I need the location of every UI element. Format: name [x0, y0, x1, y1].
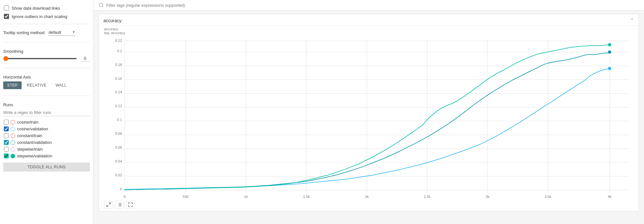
run-item-constant-validation: constant/validation [3, 139, 90, 146]
chart-title: accuracy [103, 18, 121, 23]
run-constant-validation-checkbox[interactable] [4, 140, 9, 145]
chart-header: accuracy ⌃ [99, 14, 639, 26]
accuracy-chart-card: accuracy ⌃ accuracy tag: accuracy [99, 14, 639, 211]
svg-text:1.5k: 1.5k [303, 195, 310, 199]
divider-2 [3, 42, 90, 42]
chart-expand-button[interactable] [104, 201, 113, 209]
show-data-links-checkbox[interactable] [4, 5, 9, 11]
ignore-outliers-row: Ignore outliers in chart scaling [3, 12, 90, 21]
smoothing-row: 0 [3, 56, 90, 61]
svg-text:0.12: 0.12 [115, 104, 122, 108]
chart-subtitle: accuracy tag: accuracy [102, 26, 635, 36]
svg-text:0.08: 0.08 [115, 132, 122, 135]
svg-text:0.02: 0.02 [115, 173, 122, 177]
svg-text:0.1: 0.1 [117, 118, 122, 122]
smoothing-slider[interactable] [3, 58, 77, 59]
chart-content: accuracy tag: accuracy [99, 26, 639, 211]
svg-line-46 [107, 205, 108, 207]
svg-text:0.22: 0.22 [115, 39, 122, 42]
run-item-cosine-validation: cosine/validation [3, 126, 90, 132]
cosine-validation-line [125, 69, 610, 190]
chart-collapse-button[interactable]: ⌃ [630, 17, 634, 23]
run-cosine-train-label: cosine/train [17, 120, 38, 125]
tooltip-sorting-label: Tooltip sorting method: [3, 30, 45, 35]
svg-text:0.16: 0.16 [115, 77, 122, 80]
tooltip-sorting-select[interactable]: default ascending descending nearest [48, 29, 75, 36]
axis-buttons-group: STEP RELATIVE WALL [3, 81, 90, 89]
axis-step-button[interactable]: STEP [3, 81, 22, 89]
tooltip-select-wrapper: default ascending descending nearest [48, 29, 75, 36]
ignore-outliers-checkbox[interactable] [4, 14, 9, 19]
search-icon [99, 3, 104, 8]
chart-fit-button[interactable] [126, 201, 135, 209]
run-constant-validation-label: constant/validation [17, 140, 52, 145]
svg-text:0.04: 0.04 [115, 159, 122, 163]
smoothing-title: Smoothing [3, 49, 90, 54]
run-stepwise-validation-color [11, 154, 15, 158]
svg-text:0.2: 0.2 [117, 49, 122, 53]
constant-validation-endpoint [608, 51, 611, 54]
chart-list-button[interactable] [115, 201, 124, 209]
svg-text:1k: 1k [244, 195, 248, 199]
svg-text:500: 500 [183, 195, 188, 199]
smoothing-value: 0 [80, 56, 90, 61]
run-cosine-validation-checkbox[interactable] [4, 126, 9, 131]
divider-4 [3, 96, 90, 96]
svg-line-45 [109, 203, 111, 204]
run-constant-train-color [11, 134, 15, 138]
main-content: accuracy ⌃ accuracy tag: accuracy [93, 0, 644, 224]
svg-text:2.5k: 2.5k [424, 195, 431, 199]
horizontal-axis-section: Horizontal Axis STEP RELATIVE WALL [3, 71, 90, 89]
run-constant-train-label: constant/train [17, 133, 42, 138]
svg-text:4k: 4k [608, 195, 611, 199]
show-data-links-row: Show data download links [3, 4, 90, 12]
run-stepwise-train-label: stepwise/train [17, 147, 43, 152]
stepwise-validation-line [125, 45, 610, 190]
filter-bar [93, 0, 644, 11]
svg-text:0: 0 [120, 187, 122, 191]
run-item-constant-train: constant/train [3, 132, 90, 139]
divider-1 [3, 24, 90, 24]
charts-area: accuracy ⌃ accuracy tag: accuracy [93, 11, 644, 224]
toggle-all-runs-button[interactable]: TOGGLE ALL RUNS [3, 163, 90, 172]
run-cosine-validation-color [11, 127, 15, 131]
show-data-links-label: Show data download links [12, 6, 60, 11]
stepwise-validation-endpoint [608, 43, 611, 46]
chart-svg-wrapper: 0 0.02 0.04 0.06 0.08 0.1 0.12 0.14 0.16… [102, 36, 635, 200]
svg-text:0.14: 0.14 [115, 90, 122, 94]
cosine-validation-endpoint [608, 67, 611, 70]
svg-text:2k: 2k [365, 195, 369, 199]
run-cosine-validation-label: cosine/validation [17, 126, 48, 131]
runs-title: Runs [3, 102, 90, 107]
sidebar: Show data download links Ignore outliers… [0, 0, 93, 224]
run-item-stepwise-validation: stepwise/validation [3, 153, 90, 159]
ignore-outliers-label: Ignore outliers in chart scaling [12, 14, 67, 19]
runs-section: Runs cosine/train cosine/validation cons… [3, 99, 90, 220]
run-stepwise-validation-label: stepwise/validation [17, 154, 52, 158]
axis-wall-button[interactable]: WALL [52, 81, 70, 89]
svg-point-0 [99, 3, 103, 7]
run-cosine-train-color [11, 120, 15, 125]
accuracy-chart-svg: 0 0.02 0.04 0.06 0.08 0.1 0.12 0.14 0.16… [102, 36, 635, 200]
run-item-cosine-train: cosine/train [3, 119, 90, 126]
svg-text:3.5k: 3.5k [544, 195, 551, 199]
svg-text:0: 0 [124, 195, 126, 199]
horizontal-axis-title: Horizontal Axis [3, 75, 90, 79]
divider-3 [3, 68, 90, 68]
svg-text:0.18: 0.18 [115, 63, 122, 67]
axis-relative-button[interactable]: RELATIVE [23, 81, 50, 89]
tooltip-sorting-row: Tooltip sorting method: default ascendin… [3, 29, 90, 36]
run-stepwise-validation-checkbox[interactable] [4, 154, 9, 158]
run-constant-train-checkbox[interactable] [4, 133, 9, 138]
run-stepwise-train-checkbox[interactable] [4, 147, 9, 152]
svg-text:3k: 3k [486, 195, 490, 199]
run-cosine-train-checkbox[interactable] [4, 120, 9, 125]
tag-filter-input[interactable] [106, 3, 639, 8]
run-constant-validation-color [11, 140, 15, 145]
svg-text:0.06: 0.06 [115, 145, 122, 149]
svg-line-1 [102, 6, 103, 7]
run-item-stepwise-train: stepwise/train [3, 146, 90, 153]
runs-filter-input[interactable] [3, 109, 90, 116]
chart-toolbar [102, 200, 635, 209]
run-stepwise-train-color [11, 147, 15, 152]
